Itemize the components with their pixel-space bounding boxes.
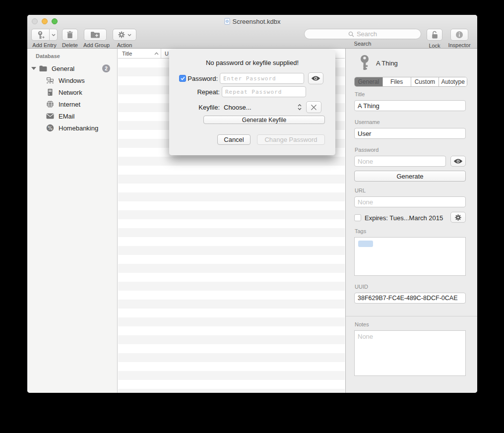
title-field[interactable] <box>354 100 466 111</box>
stepper-icon[interactable] <box>297 103 302 111</box>
title-label: Title <box>355 91 365 97</box>
password-label: Password <box>355 147 378 153</box>
inspector-button[interactable] <box>450 29 468 41</box>
disclosure-triangle-icon[interactable] <box>31 67 36 70</box>
password-checkbox[interactable] <box>179 75 186 82</box>
lock-icon <box>431 31 439 39</box>
sort-ascending-icon <box>154 52 159 55</box>
inspector-panel: A Thing General Files Custom Autotype Ti… <box>345 49 477 393</box>
eye-icon <box>453 158 463 164</box>
check-icon <box>181 76 185 80</box>
document-icon <box>224 18 230 25</box>
sidebar-item-label: Internet <box>59 101 80 108</box>
tag-token[interactable] <box>358 241 373 247</box>
change-password-button[interactable]: Change Password <box>257 134 325 145</box>
keyfile-popup[interactable]: Choose... <box>224 104 297 111</box>
expires-settings-button[interactable] <box>450 212 466 223</box>
toolbar: Screenshot.kdbx Add Entry Delete <box>27 15 477 49</box>
uuid-field[interactable] <box>354 293 466 304</box>
window-title: Screenshot.kdbx <box>27 18 477 25</box>
tab-general[interactable]: General <box>355 77 383 86</box>
reveal-password-button[interactable] <box>450 156 466 167</box>
url-field[interactable] <box>354 196 466 207</box>
sidebar-item-label: Homebanking <box>59 124 98 132</box>
entry-title: A Thing <box>376 60 398 67</box>
password-field[interactable] <box>354 156 446 167</box>
username-field[interactable] <box>354 128 466 139</box>
notes-field[interactable] <box>354 330 466 376</box>
column-header-title[interactable]: Title <box>118 49 161 58</box>
sidebar-header: Database <box>36 53 60 59</box>
cancel-button[interactable]: Cancel <box>217 134 251 145</box>
notes-label: Notes <box>355 321 369 327</box>
eye-icon <box>311 75 320 81</box>
key-icon <box>359 55 371 71</box>
inspector-label: Inspector <box>446 42 472 48</box>
password-label: Password: <box>186 75 218 82</box>
action-button[interactable] <box>113 29 136 41</box>
lock-label: Lock <box>427 43 442 49</box>
change-password-dialog: No password or keyfile supplied! Passwor… <box>169 50 335 155</box>
sidebar-item-windows[interactable]: Windows <box>27 74 117 86</box>
column-header-username[interactable]: U <box>161 51 169 57</box>
search-placeholder: Search <box>357 30 377 38</box>
entry-count-badge: 2 <box>102 64 110 72</box>
expires-checkbox[interactable] <box>354 214 361 221</box>
inspector-tabs: General Files Custom Autotype <box>354 77 467 87</box>
password-input[interactable] <box>220 73 304 84</box>
add-group-label: Add Group <box>83 42 107 48</box>
inspector-divider <box>346 316 477 316</box>
username-label: Username <box>355 119 380 125</box>
add-entry-button[interactable] <box>31 29 58 41</box>
delete-button[interactable] <box>62 29 78 41</box>
svg-text:%: % <box>48 125 53 131</box>
repeat-password-input[interactable] <box>222 86 306 97</box>
lock-button[interactable] <box>427 29 442 41</box>
gear-icon <box>118 31 126 39</box>
sidebar-item-internet[interactable]: Internet <box>27 98 117 110</box>
tags-field[interactable] <box>354 237 466 276</box>
email-icon <box>46 112 54 120</box>
reveal-password-button[interactable] <box>308 72 323 84</box>
url-label: URL <box>355 187 366 193</box>
tags-label: Tags <box>355 228 366 234</box>
close-x-icon <box>311 104 317 111</box>
keyfile-label: Keyfile: <box>179 104 220 111</box>
tab-custom[interactable]: Custom <box>411 77 440 86</box>
tab-autotype[interactable]: Autotype <box>439 77 467 86</box>
search-input[interactable]: Search <box>304 29 421 39</box>
add-entry-label: Add Entry <box>31 42 58 48</box>
add-group-button[interactable] <box>84 29 107 41</box>
delete-label: Delete <box>62 42 78 48</box>
action-label: Action <box>113 42 136 48</box>
homebanking-icon: % <box>46 124 54 132</box>
chevron-down-icon <box>127 34 131 36</box>
trash-icon <box>66 31 73 39</box>
folder-plus-icon <box>90 31 100 39</box>
sidebar-item-general[interactable]: General 2 <box>27 62 117 74</box>
key-plus-icon <box>37 31 45 39</box>
repeat-label: Repeat: <box>179 88 220 96</box>
search-icon <box>348 31 354 37</box>
uuid-label: UUID <box>355 284 368 290</box>
search-label: Search <box>304 41 421 47</box>
windows-icon <box>46 76 54 84</box>
tab-files[interactable]: Files <box>383 77 411 86</box>
generate-keyfile-button[interactable]: Generate Keyfile <box>203 116 325 124</box>
sidebar: Database General 2 Windows Network Inter… <box>27 49 118 393</box>
sidebar-item-label: Network <box>59 89 82 96</box>
internet-icon <box>46 100 54 108</box>
clear-keyfile-button[interactable] <box>306 101 321 113</box>
sidebar-item-email[interactable]: EMail <box>27 110 117 122</box>
sidebar-item-label: EMail <box>59 113 75 120</box>
expires-label: Expires: Tues...March 2015 <box>365 214 443 222</box>
info-icon <box>455 31 463 39</box>
folder-icon <box>39 64 47 72</box>
sidebar-item-network[interactable]: Network <box>27 86 117 98</box>
network-icon <box>46 88 54 96</box>
sidebar-item-homebanking[interactable]: % Homebanking <box>27 122 117 134</box>
chevron-down-icon <box>52 34 56 36</box>
generate-password-button[interactable]: Generate <box>354 171 466 182</box>
sidebar-item-label: Windows <box>59 77 85 84</box>
sidebar-item-label: General <box>52 65 74 72</box>
